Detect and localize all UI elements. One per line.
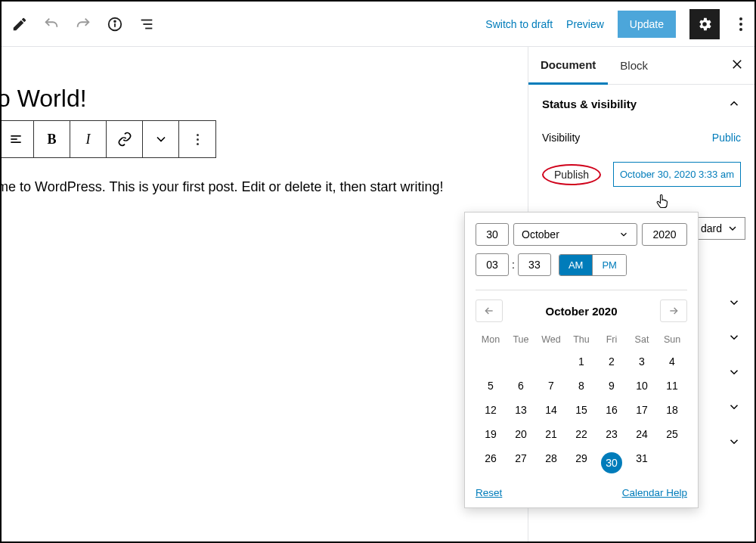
visibility-label: Visibility	[542, 132, 580, 144]
edit-icon[interactable]	[11, 15, 29, 33]
tab-document[interactable]: Document	[528, 47, 608, 85]
chevron-down-icon	[727, 400, 741, 414]
prev-month-button[interactable]	[476, 299, 503, 322]
calendar-day[interactable]: 7	[536, 374, 566, 398]
publish-label: Publish	[542, 164, 601, 185]
calendar-day[interactable]: 14	[536, 398, 566, 422]
switch-to-draft-link[interactable]: Switch to draft	[485, 18, 553, 30]
minute-input[interactable]	[518, 253, 551, 276]
calendar-day	[536, 349, 566, 374]
reset-link[interactable]: Reset	[476, 487, 502, 498]
post-format-value: dard	[701, 222, 722, 234]
calendar-day[interactable]: 31	[627, 446, 657, 479]
calendar-day[interactable]: 4	[657, 349, 687, 374]
calendar-day[interactable]: 23	[596, 422, 627, 446]
calendar-day[interactable]: 13	[506, 398, 536, 422]
calendar-day[interactable]: 27	[506, 446, 536, 479]
weekday-cell: Tue	[506, 330, 536, 349]
calendar-month-label: October 2020	[545, 305, 617, 318]
month-select[interactable]: October	[513, 223, 637, 246]
visibility-value[interactable]: Public	[712, 132, 741, 144]
sidebar-tabs: Document Block	[528, 47, 754, 85]
post-paragraph[interactable]: me to WordPress. This is your first post…	[2, 179, 528, 195]
more-format-button[interactable]	[143, 121, 179, 157]
calendar-day[interactable]: 19	[476, 422, 506, 446]
preview-link[interactable]: Preview	[566, 18, 604, 30]
tab-block[interactable]: Block	[608, 47, 660, 85]
ampm-toggle: AM PM	[559, 254, 627, 276]
weekday-cell: Wed	[536, 330, 566, 349]
publish-row: Publish October 30, 2020 3:33 am	[542, 162, 741, 187]
calendar-day[interactable]: 9	[596, 374, 627, 398]
redo-icon[interactable]	[74, 15, 92, 33]
time-inputs: : AM PM	[476, 253, 687, 276]
date-inputs: October	[476, 223, 687, 246]
chevron-down-icon	[727, 222, 739, 234]
panel-title: Status & visibility	[542, 98, 637, 110]
date-picker-popup: October : AM PM October 2020 MonTueWedTh…	[464, 212, 699, 508]
calendar-day[interactable]: 26	[476, 446, 506, 479]
more-menu-button[interactable]	[733, 17, 748, 31]
year-input[interactable]	[642, 223, 687, 246]
weekday-cell: Mon	[476, 330, 506, 349]
calendar-day[interactable]: 22	[566, 422, 596, 446]
post-format-select[interactable]: dard	[694, 217, 745, 240]
calendar-day[interactable]: 1	[566, 349, 596, 374]
divider	[476, 290, 687, 290]
info-icon[interactable]	[106, 15, 124, 33]
status-visibility-header[interactable]: Status & visibility	[528, 85, 754, 123]
weekday-cell: Fri	[596, 330, 627, 349]
calendar-day[interactable]: 15	[566, 398, 596, 422]
settings-button[interactable]	[689, 9, 720, 39]
editor-top-bar: Switch to draft Preview Update	[2, 2, 754, 47]
calendar-day[interactable]: 18	[657, 398, 687, 422]
chevron-up-icon	[727, 97, 741, 110]
outline-icon[interactable]	[138, 15, 156, 33]
publish-date-button[interactable]: October 30, 2020 3:33 am	[613, 162, 741, 187]
undo-icon[interactable]	[42, 15, 60, 33]
calendar-day	[476, 349, 506, 374]
calendar-day[interactable]: 6	[506, 374, 536, 398]
bold-button[interactable]: B	[34, 121, 70, 157]
post-title[interactable]: o World!	[2, 85, 528, 113]
gear-icon	[696, 16, 713, 33]
block-options-button[interactable]	[179, 121, 215, 157]
weekday-cell: Thu	[566, 330, 596, 349]
calendar-day[interactable]: 30	[596, 446, 627, 479]
calendar-day[interactable]: 8	[566, 374, 596, 398]
close-sidebar-button[interactable]	[730, 57, 744, 74]
calendar-help-link[interactable]: Calendar Help	[622, 487, 687, 498]
calendar-day[interactable]: 11	[657, 374, 687, 398]
am-button[interactable]: AM	[559, 255, 593, 275]
day-input[interactable]	[476, 223, 509, 246]
next-month-button[interactable]	[660, 299, 687, 322]
hour-input[interactable]	[476, 253, 509, 276]
calendar-day[interactable]: 25	[657, 422, 687, 446]
visibility-row: Visibility Public	[542, 132, 741, 144]
month-value: October	[522, 228, 559, 240]
calendar-day[interactable]: 29	[566, 446, 596, 479]
calendar-day[interactable]: 20	[506, 422, 536, 446]
italic-button[interactable]: I	[70, 121, 107, 157]
calendar-day[interactable]: 17	[627, 398, 657, 422]
calendar-day[interactable]: 21	[536, 422, 566, 446]
align-button[interactable]	[2, 121, 34, 157]
link-button[interactable]	[107, 121, 143, 157]
calendar-day	[657, 446, 687, 479]
chevron-down-icon	[618, 229, 629, 240]
pm-button[interactable]: PM	[592, 255, 626, 275]
calendar-day[interactable]: 24	[627, 422, 657, 446]
chevron-down-icon	[727, 296, 741, 309]
calendar-grid: MonTueWedThuFriSatSun 123456789101112131…	[476, 330, 687, 479]
calendar-day[interactable]: 16	[596, 398, 627, 422]
calendar-day[interactable]: 12	[476, 398, 506, 422]
calendar-day[interactable]: 10	[627, 374, 657, 398]
time-colon: :	[512, 259, 515, 271]
calendar-day[interactable]: 5	[476, 374, 506, 398]
calendar-days: 1234567891011121314151617181920212223242…	[476, 349, 687, 479]
calendar-day[interactable]: 2	[596, 349, 627, 374]
update-button[interactable]: Update	[618, 11, 676, 38]
calendar-footer: Reset Calendar Help	[476, 487, 687, 498]
calendar-day[interactable]: 28	[536, 446, 566, 479]
calendar-day[interactable]: 3	[627, 349, 657, 374]
